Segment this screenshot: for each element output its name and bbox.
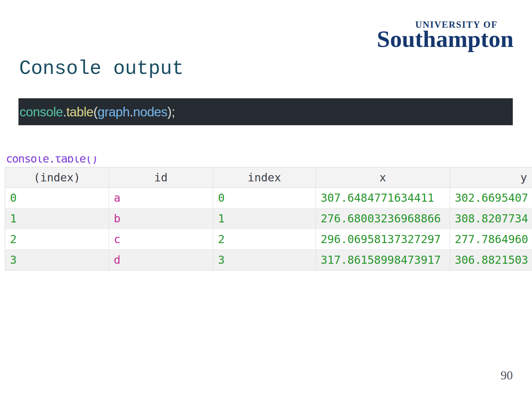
cell-y: 308.8207734	[450, 208, 532, 229]
console-table: (index) id index x y 0 a 0 307.648477163…	[5, 167, 532, 270]
cell-index: 2	[213, 229, 316, 250]
console-command: console.table()	[6, 156, 154, 166]
logo-southampton: Southampton	[377, 27, 514, 51]
cell-y: 277.7864960	[450, 229, 532, 250]
university-logo: UNIVERSITY OF Southampton	[377, 20, 514, 51]
cell-y: 302.6695407	[450, 188, 532, 208]
code-token: (	[93, 105, 98, 119]
cell-id: a	[109, 188, 213, 208]
code-token: .	[130, 105, 133, 119]
console-command-text: console.table()	[6, 156, 154, 164]
cell-x: 296.06958137327297	[316, 229, 450, 250]
slide-canvas: UNIVERSITY OF Southampton Console output…	[0, 0, 532, 399]
table-row: 2 c 2 296.06958137327297 277.7864960	[5, 229, 532, 250]
cell-x: 317.86158998473917	[316, 250, 450, 270]
cell-rowindex: 1	[5, 208, 109, 229]
code-token: .	[63, 105, 66, 119]
page-number: 90	[501, 369, 513, 382]
code-token: graph	[98, 105, 130, 119]
cell-y: 306.8821503	[450, 250, 532, 270]
col-header-index-paren: (index)	[5, 167, 109, 188]
cell-x: 276.68003236968866	[316, 208, 450, 229]
cell-id: c	[109, 229, 213, 250]
code-token: table	[66, 105, 93, 119]
cell-index: 3	[213, 250, 316, 270]
console-table-grid: (index) id index x y 0 a 0 307.648477163…	[5, 167, 532, 270]
cell-id: b	[109, 208, 213, 229]
cell-rowindex: 2	[5, 229, 109, 250]
code-token: console	[20, 105, 63, 119]
code-token: );	[167, 105, 175, 119]
table-row: 3 d 3 317.86158998473917 306.8821503	[5, 250, 532, 270]
cell-x: 307.6484771634411	[316, 188, 450, 208]
page-title: Console output	[19, 58, 184, 80]
col-header-y: y	[450, 167, 532, 188]
table-header-row: (index) id index x y	[5, 167, 532, 188]
cell-rowindex: 3	[5, 250, 109, 270]
col-header-x: x	[316, 167, 450, 188]
col-header-index: index	[213, 167, 316, 188]
cell-rowindex: 0	[5, 188, 109, 208]
col-header-id: id	[109, 167, 213, 188]
cell-id: d	[109, 250, 213, 270]
cell-index: 0	[213, 188, 316, 208]
code-token: nodes	[133, 105, 167, 119]
table-row: 0 a 0 307.6484771634411 302.6695407	[5, 188, 532, 208]
cell-index: 1	[213, 208, 316, 229]
code-block: console.table(graph.nodes);	[18, 98, 513, 125]
table-row: 1 b 1 276.68003236968866 308.8207734	[5, 208, 532, 229]
